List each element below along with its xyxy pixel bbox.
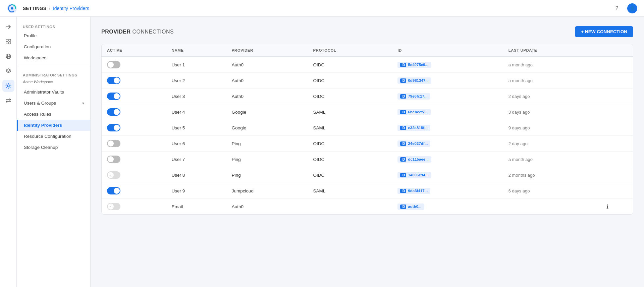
toggle-knob: ✓ [108,172,114,178]
cell-info [601,167,633,183]
sidebar-item-configuration[interactable]: Configuration [17,41,90,52]
cell-info [601,73,633,89]
sidebar-item-access-rules[interactable]: Access Rules [17,109,90,120]
toggle-switch[interactable]: ✓ [107,124,120,131]
table-row: ✓ User 8PingOIDCID14006c94...2 months ag… [102,167,633,183]
cell-name: User 3 [166,89,226,104]
toggle-switch[interactable]: ✓ [107,93,120,100]
sidebar-item-label: Workspace [24,55,46,60]
new-connection-label: + NEW CONNECTION [581,29,627,34]
table-row: ✓ User 3Auth0OIDCID79e6fc17...2 days ago [102,89,633,104]
nav-icon-transfer[interactable] [2,95,14,107]
cell-provider: Ping [226,136,308,152]
id-badge: ID6bebcef7... [397,109,430,115]
id-label: ID [400,110,406,114]
cell-id: ID24e027df... [392,136,503,152]
cell-last-update: 3 days ago [503,104,601,120]
sidebar-item-users-groups[interactable]: Users & Groups ▾ [17,98,90,109]
cell-id: ID79e6fc17... [392,89,503,104]
id-label: ID [400,173,406,177]
help-button[interactable]: ? [612,3,622,13]
sidebar-item-profile[interactable]: Profile [17,30,90,41]
topbar: SETTINGS / Identity Providers ? 👤 [0,0,644,17]
cell-provider: Ping [226,167,308,183]
help-icon: ? [615,5,619,11]
new-connection-button[interactable]: + NEW CONNECTION [575,26,633,37]
cell-provider: Google [226,120,308,136]
toggle-knob [108,156,114,162]
table-row: User 7PingOIDCIDdc115aee...a month ago [102,152,633,167]
breadcrumb-settings: SETTINGS [23,6,46,11]
id-badge: IDe32a818f... [397,125,430,131]
cell-protocol: OIDC [308,73,392,89]
breadcrumb-current: Identity Providers [53,6,89,11]
toggle-switch[interactable]: ✓ [107,108,120,116]
cell-last-update: 9 days ago [503,120,601,136]
cell-protocol [308,199,392,215]
toggle-switch[interactable] [107,140,120,147]
toggle-switch[interactable]: ✓ [107,77,120,84]
toggle-knob: ✓ [114,125,120,131]
toggle-switch[interactable]: ✓ [107,203,120,210]
cell-protocol: OIDC [308,136,392,152]
info-icon[interactable]: ℹ [606,204,608,210]
page-title: PROVIDER CONNECTIONS [101,29,174,35]
topbar-actions: ? 👤 [612,3,637,13]
left-icon-bar [0,17,17,287]
id-badge: IDdc115aee... [397,156,431,163]
nav-icon-arrow[interactable] [2,21,14,33]
page-title-part1: PROVIDER [101,29,131,35]
nav-icon-layers[interactable] [2,65,14,77]
svg-rect-4 [6,42,8,44]
main-content: PROVIDER CONNECTIONS + NEW CONNECTION AC… [91,17,644,287]
col-protocol: PROTOCOL [308,44,392,57]
id-badge: ID14006c94... [397,172,431,178]
cell-provider: Auth0 [226,57,308,73]
breadcrumb-separator: / [49,6,50,11]
user-avatar[interactable]: 👤 [627,3,637,13]
nav-icon-globe[interactable] [2,50,14,62]
sidebar-item-workspace[interactable]: Workspace [17,52,90,63]
svg-point-9 [7,85,9,87]
cell-name: User 8 [166,167,226,183]
toggle-switch[interactable]: ✓ [107,171,120,179]
table-row: ✓ User 2Auth0OIDCID0d981347...a month ag… [102,73,633,89]
cell-name: User 6 [166,136,226,152]
cell-info [601,104,633,120]
cell-protocol: OIDC [308,167,392,183]
cell-active: ✓ [102,104,166,120]
sidebar-item-label: Administrator Vaults [24,90,64,95]
sidebar-item-admin-vaults[interactable]: Administrator Vaults [17,87,90,98]
sidebar-item-label: Storage Cleanup [24,145,58,150]
cell-id: IDauth0... [392,199,503,215]
id-badge: ID0d981347... [397,77,431,84]
cell-provider: Auth0 [226,73,308,89]
nav-icon-cog[interactable] [2,80,14,92]
cell-info [601,120,633,136]
id-label: ID [400,141,406,146]
toggle-switch[interactable]: ✓ [107,187,120,194]
sidebar-item-storage-cleanup[interactable]: Storage Cleanup [17,142,90,153]
cell-active: ✓ [102,183,166,199]
toggle-knob: ✓ [114,188,120,194]
toggle-switch[interactable] [107,61,120,68]
nav-icon-grid[interactable] [2,36,14,48]
sidebar: USER SETTINGS Profile Configuration Work… [17,17,91,287]
table-row: User 1Auth0OIDCID5c4075e9...a month ago [102,57,633,73]
checkmark-icon: ✓ [115,110,118,114]
cell-info [601,57,633,73]
cell-id: ID6bebcef7... [392,104,503,120]
toggle-switch[interactable] [107,156,120,163]
col-name: NAME [166,44,226,57]
cell-last-update: 2 day ago [503,136,601,152]
col-active: ACTIVE [102,44,166,57]
cell-name: User 9 [166,183,226,199]
id-badge: ID79e6fc17... [397,93,430,100]
checkmark-icon: ✓ [115,126,118,130]
table-header-row: ACTIVE NAME PROVIDER PROTOCOL ID LAST UP… [102,44,633,57]
sidebar-item-label: Profile [24,33,37,38]
table-row: User 6PingOIDCID24e027df...2 day ago [102,136,633,152]
sidebar-item-resource-config[interactable]: Resource Configuration [17,131,90,142]
chevron-down-icon: ▾ [82,101,84,106]
sidebar-item-identity-providers[interactable]: Identity Providers [17,120,90,131]
